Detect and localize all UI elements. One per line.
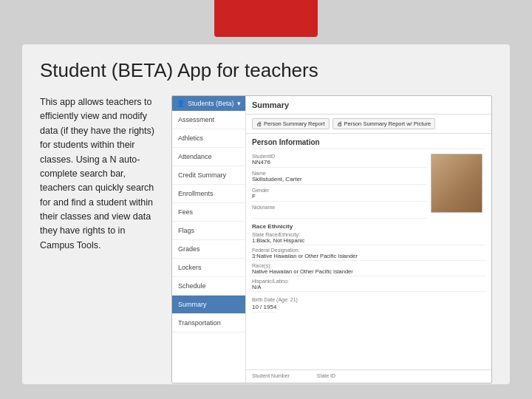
nickname-value <box>252 210 426 219</box>
name-label: Name <box>252 171 426 176</box>
nickname-row: Nickname <box>252 205 426 219</box>
gender-value: F <box>252 193 426 202</box>
race-value-0: 1:Black, Not Hispanic <box>252 237 485 245</box>
print-icon-1: 🖨 <box>256 120 262 127</box>
sidebar-item-credit-summary[interactable]: Credit Summary <box>172 166 245 185</box>
main-content: Student (BETA) App for teachers This app… <box>22 44 510 384</box>
person-summary-picture-btn[interactable]: 🖨 Person Summary Report w/ Picture <box>332 118 436 129</box>
red-bar <box>214 0 318 37</box>
description-text: This app allows teachers to efficiently … <box>40 95 158 253</box>
birth-date-value: 10 / 1954 <box>252 304 276 313</box>
sidebar-item-athletics[interactable]: Athletics <box>172 129 245 148</box>
race-label-2: Race(s): <box>252 263 485 268</box>
app-header-label: Students (Beta) <box>188 100 234 107</box>
main-section-title: Summary <box>246 96 491 115</box>
sidebar-item-transportation[interactable]: Transportation <box>172 314 245 332</box>
app-header[interactable]: 👤 Students (Beta) ▾ <box>172 96 245 111</box>
sidebar-item-lockers[interactable]: Lockers <box>172 259 245 277</box>
sidebar-item-fees[interactable]: Fees <box>172 203 245 222</box>
sidebar-item-flags[interactable]: Flags <box>172 222 245 240</box>
race-row-2: Race(s): Native Hawaiian or Other Pacifi… <box>252 263 485 276</box>
screenshot-panel: 👤 Students (Beta) ▾ Assessment Athletics… <box>171 95 492 383</box>
race-section: Race Ethnicity State Race/Ethnicity: 1:B… <box>252 223 485 292</box>
person-info-section: Person Information StudentID NN476 Name … <box>246 134 491 369</box>
sidebar-item-grades[interactable]: Grades <box>172 240 245 259</box>
race-title: Race Ethnicity <box>252 223 485 230</box>
id-value: NN476 <box>252 159 426 168</box>
app-sidebar: 👤 Students (Beta) ▾ Assessment Athletics… <box>172 96 246 383</box>
report-btn-label-2: Person Summary Report w/ Picture <box>344 120 432 127</box>
race-row-3: Hispanic/Latino: N/A <box>252 279 485 292</box>
name-value: Skillstudent, Carter <box>252 176 426 185</box>
report-buttons-row: 🖨 Person Summary Report 🖨 Person Summary… <box>246 115 491 134</box>
sidebar-item-enrollments[interactable]: Enrollments <box>172 185 245 203</box>
name-row: Name Skillstudent, Carter <box>252 171 426 185</box>
id-label: StudentID <box>252 154 426 159</box>
student-number-row: Student Number State ID <box>246 369 491 383</box>
dropdown-icon: ▾ <box>237 100 241 107</box>
race-label-3: Hispanic/Latino: <box>252 279 485 284</box>
student-photo <box>431 154 482 213</box>
report-btn-label-1: Person Summary Report <box>264 120 325 127</box>
nickname-label: Nickname <box>252 205 426 210</box>
state-id-label: State ID <box>317 373 335 380</box>
race-value-2: Native Hawaiian or Other Pacific Islande… <box>252 268 485 276</box>
sidebar-item-attendance[interactable]: Attendance <box>172 148 245 166</box>
birth-date-row: Birth Date (Age: 21) 10 / 1954 <box>252 296 485 310</box>
gender-label: Gender <box>252 188 426 193</box>
print-icon-2: 🖨 <box>337 120 343 127</box>
gender-row: Gender F <box>252 188 426 202</box>
student-number-value <box>296 373 311 380</box>
person-icon: 👤 <box>177 100 185 107</box>
sidebar-item-assessment[interactable]: Assessment <box>172 111 245 129</box>
id-row: StudentID NN476 <box>252 154 426 168</box>
person-info-title: Person Information <box>252 138 485 149</box>
sidebar-item-summary[interactable]: Summary <box>172 296 245 314</box>
birth-date-label: Birth Date (Age: 21) <box>252 297 298 302</box>
race-row-0: State Race/Ethnicity: 1:Black, Not Hispa… <box>252 232 485 245</box>
student-number-label: Student Number <box>252 373 290 380</box>
race-label-1: Federal Designation: <box>252 248 485 253</box>
person-summary-report-btn[interactable]: 🖨 Person Summary Report <box>252 118 330 129</box>
sidebar-item-schedule[interactable]: Schedule <box>172 277 245 296</box>
page-title: Student (BETA) App for teachers <box>40 59 492 82</box>
info-fields: StudentID NN476 Name Skillstudent, Carte… <box>252 154 426 219</box>
app-main: Summary 🖨 Person Summary Report 🖨 Person… <box>246 96 491 383</box>
race-value-1: 3:Native Hawaiian or Other Pacific Islan… <box>252 253 485 261</box>
race-row-1: Federal Designation: 3:Native Hawaiian o… <box>252 248 485 261</box>
info-grid: StudentID NN476 Name Skillstudent, Carte… <box>252 154 485 219</box>
race-value-3: N/A <box>252 284 485 292</box>
race-label-0: State Race/Ethnicity: <box>252 232 485 237</box>
birth-date-field: Birth Date (Age: 21) 10 / 1954 <box>252 296 485 310</box>
content-area: This app allows teachers to efficiently … <box>40 95 492 383</box>
